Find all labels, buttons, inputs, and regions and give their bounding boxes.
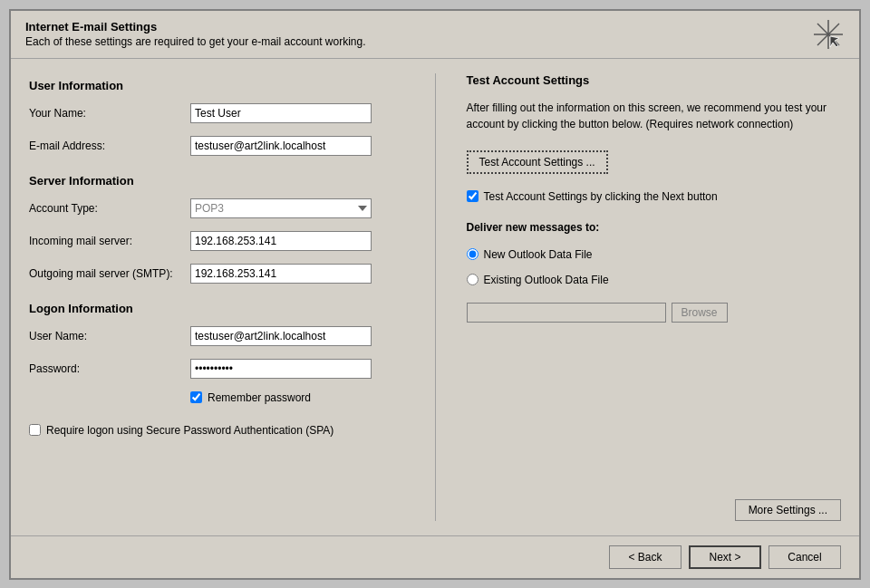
dialog-title: Internet E-mail Settings: [25, 20, 366, 34]
test-next-label[interactable]: Test Account Settings by clicking the Ne…: [484, 190, 718, 203]
username-row: User Name:: [29, 326, 404, 346]
email-label: E-mail Address:: [29, 140, 183, 152]
email-input[interactable]: [190, 136, 372, 156]
new-outlook-label[interactable]: New Outlook Data File: [484, 248, 593, 261]
test-account-button[interactable]: Test Account Settings ...: [467, 150, 608, 174]
your-name-input[interactable]: [190, 103, 372, 123]
back-button[interactable]: < Back: [609, 545, 682, 569]
cursor-icon: [812, 20, 845, 53]
left-panel: User Information Your Name: E-mail Addre…: [29, 73, 404, 521]
more-settings-button[interactable]: More Settings ...: [735, 499, 841, 521]
password-input[interactable]: [190, 359, 372, 379]
your-name-row: Your Name:: [29, 103, 404, 123]
right-description: After filling out the information on thi…: [467, 100, 842, 132]
incoming-row: Incoming mail server:: [29, 231, 404, 251]
dialog: Internet E-mail Settings Each of these s…: [9, 9, 861, 580]
new-outlook-radio[interactable]: [467, 248, 478, 260]
dialog-header-text: Internet E-mail Settings Each of these s…: [25, 20, 366, 48]
svg-marker-4: [830, 36, 839, 47]
more-settings-area: More Settings ...: [467, 481, 842, 521]
spa-label[interactable]: Require logon using Secure Password Auth…: [46, 424, 334, 437]
dialog-body: User Information Your Name: E-mail Addre…: [11, 59, 859, 535]
browse-button[interactable]: Browse: [672, 303, 728, 323]
account-type-row: Account Type: POP3: [29, 198, 404, 218]
spa-row: Require logon using Secure Password Auth…: [29, 424, 404, 437]
deliver-title: Deliver new messages to:: [467, 221, 842, 234]
existing-outlook-radio[interactable]: [467, 274, 478, 285]
dialog-subtitle: Each of these settings are required to g…: [25, 35, 366, 48]
username-input[interactable]: [190, 326, 372, 346]
test-checkbox-row: Test Account Settings by clicking the Ne…: [467, 190, 842, 203]
new-outlook-row: New Outlook Data File: [467, 248, 842, 261]
right-section-title: Test Account Settings: [467, 73, 842, 87]
password-row: Password:: [29, 359, 404, 379]
dialog-header: Internet E-mail Settings Each of these s…: [11, 11, 859, 59]
existing-outlook-label[interactable]: Existing Outlook Data File: [484, 274, 609, 286]
outgoing-label: Outgoing mail server (SMTP):: [29, 267, 183, 280]
right-panel: Test Account Settings After filling out …: [467, 73, 842, 521]
incoming-input[interactable]: [190, 231, 372, 251]
next-button[interactable]: Next >: [689, 545, 761, 569]
incoming-label: Incoming mail server:: [29, 235, 183, 247]
remember-row: Remember password: [190, 391, 404, 404]
username-label: User Name:: [29, 330, 183, 342]
server-info-title: Server Information: [29, 174, 404, 188]
remember-label[interactable]: Remember password: [208, 391, 311, 404]
email-row: E-mail Address:: [29, 136, 404, 156]
dialog-footer: < Back Next > Cancel: [11, 535, 859, 578]
your-name-label: Your Name:: [29, 107, 183, 120]
account-type-label: Account Type:: [29, 202, 183, 215]
panel-divider: [435, 73, 436, 521]
remember-checkbox[interactable]: [190, 391, 202, 403]
outgoing-input[interactable]: [190, 264, 372, 284]
cancel-button[interactable]: Cancel: [768, 545, 841, 569]
existing-file-row: Browse: [467, 303, 842, 323]
existing-outlook-row: Existing Outlook Data File: [467, 274, 842, 286]
existing-file-input[interactable]: [467, 303, 666, 323]
password-label: Password:: [29, 362, 183, 375]
user-info-title: User Information: [29, 79, 404, 92]
test-next-checkbox[interactable]: [467, 190, 478, 202]
account-type-select[interactable]: POP3: [190, 198, 372, 218]
spa-checkbox[interactable]: [29, 424, 41, 436]
logon-info-title: Logon Information: [29, 302, 404, 315]
outgoing-row: Outgoing mail server (SMTP):: [29, 264, 404, 284]
